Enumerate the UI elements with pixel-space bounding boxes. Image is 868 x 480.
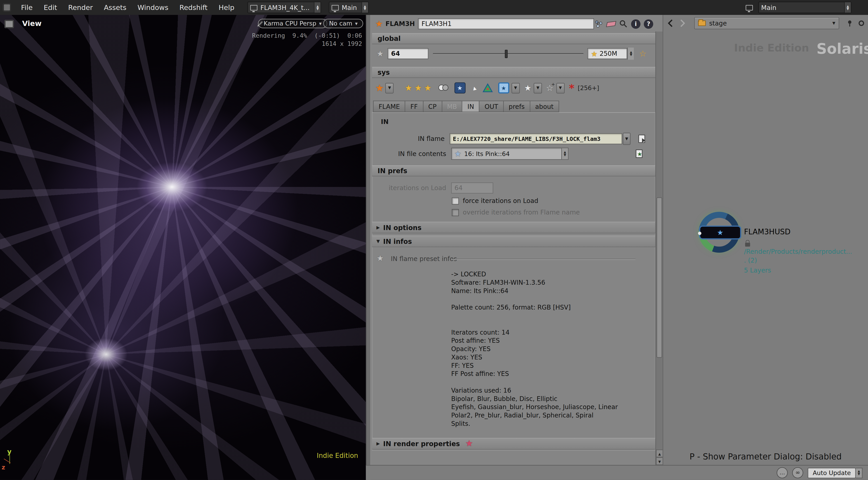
in-flame-path-field[interactable] — [450, 133, 622, 144]
nodes-icon[interactable] — [594, 19, 603, 29]
network-panel[interactable]: stage ▼ Indie Edition Solaris ★ FLAM3HUS… — [662, 15, 868, 465]
menu-redshift[interactable]: Redshift — [174, 3, 213, 12]
right-desktop-selector-spinner[interactable]: ▲▼ — [844, 2, 851, 13]
node-name-field[interactable] — [418, 18, 594, 29]
preset-infos-star-icon: ★ — [376, 254, 384, 263]
sys-f3c-red-icon[interactable]: * — [569, 82, 575, 94]
in-render-properties-collapse-icon[interactable]: ▶ — [376, 441, 380, 446]
tab-about[interactable]: about — [530, 101, 559, 112]
menu-assets[interactable]: Assets — [98, 3, 132, 12]
desktop-selector[interactable]: FLAM3H_4K_t... ▲▼ — [248, 2, 321, 13]
section-global[interactable]: global — [372, 33, 655, 44]
in-infos-collapse-icon[interactable]: ▼ — [376, 239, 380, 244]
point-count-field[interactable]: ★ 250M — [587, 48, 627, 59]
solaris-watermark: Solaris — [816, 40, 868, 57]
in-infos-label: IN infos — [383, 238, 412, 245]
tab-prefs[interactable]: prefs — [503, 101, 530, 112]
param-tabs: FLAME FF CP MB IN OUT prefs about — [373, 101, 559, 112]
tab-out[interactable]: OUT — [479, 101, 503, 112]
sys-star-plus-dropdown[interactable]: ▼ — [556, 82, 564, 93]
menu-render[interactable]: Render — [63, 3, 98, 12]
tab-flame[interactable]: FLAME — [373, 101, 405, 112]
iterations-slider-handle[interactable] — [505, 49, 508, 58]
sys-viewport-icon[interactable]: ★ — [498, 82, 509, 94]
viewport-layout-icon[interactable] — [4, 20, 14, 28]
link-indicator-icon[interactable] — [859, 21, 864, 26]
sys-palette-icon[interactable] — [437, 82, 450, 94]
info-icon[interactable]: i — [631, 19, 641, 29]
nav-back-icon[interactable] — [666, 19, 675, 28]
scroll-down-button[interactable]: ▼ — [656, 457, 662, 465]
xaos-gold-star-icon[interactable]: ☆ — [639, 49, 647, 58]
menu-file[interactable]: File — [16, 3, 38, 12]
sys-gold-star-icon-1[interactable]: ★ — [405, 82, 412, 94]
sys-gold-star-icon-3[interactable]: ★ — [424, 82, 432, 94]
link-editor-icon[interactable]: ∞ — [792, 467, 803, 478]
desktop-selector-spinner[interactable]: ▲▼ — [314, 2, 320, 13]
scene-selector[interactable]: Main ▲▼ — [329, 2, 368, 13]
node-output-path-2: . (2) — [744, 256, 757, 264]
section-in-prefs[interactable]: IN prefs — [372, 165, 655, 176]
flam3husd-node[interactable]: ★ — [699, 226, 741, 239]
iterations-on-load-row: iterations on Load — [371, 181, 648, 195]
auto-update-button[interactable]: Auto Update — [808, 468, 856, 478]
scene-selector-spinner[interactable]: ▲▼ — [362, 2, 368, 13]
sys-white-star-icon[interactable]: ★ — [524, 82, 532, 94]
sys-xaos-icon[interactable]: ★ — [454, 82, 465, 94]
in-infos-header[interactable]: ▼ IN infos — [372, 236, 655, 247]
tab-ff[interactable]: FF — [405, 101, 423, 112]
camera-selector-button[interactable]: No cam ▼ — [323, 19, 363, 28]
section-sys[interactable]: sys — [372, 67, 655, 78]
iterations-field[interactable] — [388, 48, 429, 59]
pane-divider[interactable] — [366, 15, 371, 480]
node-name-label[interactable]: FLAM3HUSD — [744, 227, 790, 236]
sys-white-star-dropdown[interactable]: ▼ — [534, 82, 542, 93]
auto-update-spinner[interactable]: ▲▼ — [856, 468, 862, 478]
in-flame-path-dropdown[interactable]: ▼ — [622, 133, 631, 145]
file-browse-icon[interactable] — [638, 133, 648, 144]
scroll-up-button[interactable]: ▲ — [656, 449, 662, 457]
in-flame-label: IN flame — [371, 135, 445, 143]
right-desktop-selector[interactable]: Main ▲▼ — [758, 2, 851, 13]
menu-windows[interactable]: Windows — [132, 3, 174, 12]
iterations-slider[interactable] — [433, 53, 584, 55]
menu-edit[interactable]: Edit — [38, 3, 63, 12]
renderer-caret-icon: ▼ — [319, 22, 322, 26]
in-section-label: IN — [381, 118, 389, 126]
force-iterations-checkbox[interactable] — [452, 197, 459, 204]
in-options-header[interactable]: ▶ IN options — [372, 222, 655, 233]
point-count-spinner[interactable]: ▲▼ — [627, 48, 634, 60]
parameter-panel: ★ FLAM3H i ? global — [371, 15, 663, 465]
in-options-collapse-icon[interactable]: ▶ — [376, 225, 380, 230]
displays-icon — [746, 5, 753, 10]
search-icon[interactable] — [619, 20, 628, 28]
message-log-icon[interactable]: … — [777, 467, 788, 478]
sys-cursor-icon[interactable]: ▲ — [472, 82, 476, 94]
sys-star-plus-icon[interactable]: ☆+ — [546, 82, 553, 94]
sys-flame-icon[interactable]: ★ — [375, 82, 383, 94]
app-badge-icon — [3, 3, 11, 12]
renderer-selector-button[interactable]: Karma CPU Persp ▼ — [258, 19, 327, 28]
copy-render-properties-icon[interactable]: ★ — [634, 148, 645, 159]
tab-cp[interactable]: CP — [423, 101, 441, 112]
render-stats: Rendering 9.4% (-0:51) 0:061614 x 1992 — [252, 32, 362, 48]
menu-help[interactable]: Help — [213, 3, 240, 12]
sys-rgb-triangle-icon[interactable] — [482, 83, 493, 93]
sys-gold-star-icon-2[interactable]: ★ — [414, 82, 422, 94]
tab-in[interactable]: IN — [462, 101, 479, 112]
in-render-properties-header[interactable]: ▶ IN render properties ★ — [372, 438, 655, 449]
in-file-contents-spinner[interactable]: ▲▼ — [561, 148, 568, 159]
eraser-icon[interactable] — [606, 21, 616, 27]
help-icon[interactable]: ? — [644, 19, 653, 29]
param-scrollbar[interactable]: ▲ ▼ — [655, 32, 663, 465]
sys-viewport-dropdown[interactable]: ▼ — [511, 82, 520, 93]
sys-palette-badge: [256+] — [578, 84, 599, 92]
pin-icon[interactable] — [846, 19, 854, 27]
sys-flame-dropdown[interactable]: ▼ — [385, 82, 394, 93]
param-scrollbar-thumb[interactable] — [656, 197, 662, 357]
in-file-contents-combo[interactable]: ★ 16: Its Pink::64 ▲▼ — [451, 148, 568, 160]
network-path-label: stage — [709, 20, 727, 27]
network-path-combo[interactable]: stage ▼ — [694, 17, 839, 29]
scene-viewport[interactable]: View Karma CPU Persp ▼ No cam ▼ Renderin… — [0, 15, 366, 480]
preset-star-icon: ★ — [455, 150, 462, 158]
